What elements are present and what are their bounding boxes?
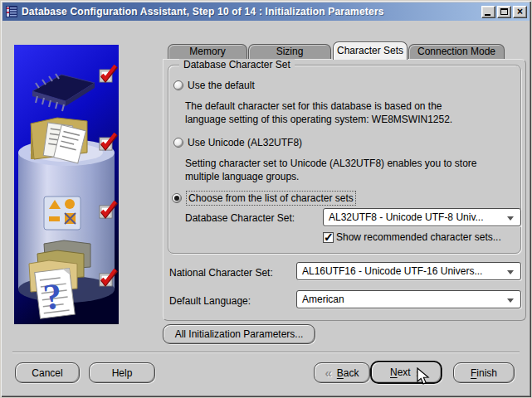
cancel-button[interactable]: Cancel	[15, 362, 80, 383]
radio-icon[interactable]	[173, 138, 183, 148]
maximize-icon	[500, 8, 508, 15]
show-recommended-label: Show recommended character sets...	[336, 231, 501, 243]
dialog-window: Database Configuration Assistant, Step 1…	[0, 0, 532, 398]
use-default-description: The default character set for this datab…	[185, 100, 525, 126]
radio-use-default[interactable]: Use the default	[173, 80, 255, 91]
close-button[interactable]: ×	[513, 6, 527, 18]
use-unicode-description: Setting character set to Unicode (AL32UT…	[185, 157, 532, 183]
back-chevron-icon: «	[325, 366, 331, 379]
wizard-sidebar-graphic: ?	[14, 45, 119, 324]
footer-separator	[12, 352, 520, 353]
db-charset-value: AL32UTF8 - Unicode UTF-8 Univ...	[329, 211, 484, 223]
maximize-button[interactable]	[497, 6, 511, 18]
national-charset-value: AL16UTF16 - Unicode UTF-16 Univers...	[302, 265, 482, 277]
all-init-params-label: All Initialization Parameters...	[175, 328, 304, 340]
groupbox-title: Database Character Set	[179, 59, 295, 70]
minimize-button[interactable]	[481, 6, 495, 18]
radio-icon[interactable]	[173, 80, 183, 90]
tab-sizing[interactable]: Sizing	[248, 44, 331, 60]
default-language-label: Default Language:	[169, 295, 251, 307]
finish-button[interactable]: Finish	[453, 362, 515, 383]
finish-label: Finish	[471, 367, 497, 379]
app-icon	[5, 5, 18, 18]
titlebar[interactable]: Database Configuration Assistant, Step 1…	[2, 2, 530, 21]
default-language-value: American	[302, 294, 344, 305]
back-label: Back	[337, 367, 359, 379]
help-label: Help	[112, 367, 133, 379]
tab-memory[interactable]: Memory	[168, 44, 247, 60]
db-charset-label: Database Character Set:	[185, 212, 295, 224]
help-button[interactable]: Help	[89, 362, 155, 383]
back-button[interactable]: « Back	[314, 362, 370, 383]
checkbox-icon[interactable]	[323, 232, 334, 243]
tab-character-sets[interactable]: Character Sets	[333, 41, 408, 60]
show-recommended-checkbox[interactable]: Show recommended character sets...	[323, 231, 501, 243]
mouse-cursor	[416, 367, 432, 386]
radio-use-unicode[interactable]: Use Unicode (AL32UTF8)	[173, 137, 302, 148]
minimize-icon	[485, 14, 491, 16]
national-charset-label: National Character Set:	[169, 267, 273, 279]
db-charset-select[interactable]: AL32UTF8 - Unicode UTF-8 Univ...	[323, 208, 521, 226]
all-init-params-button[interactable]: All Initialization Parameters...	[163, 324, 315, 344]
window-title: Database Configuration Assistant, Step 1…	[22, 6, 480, 17]
next-label: Next	[390, 366, 411, 378]
radio-choose-list-label: Choose from the list of character sets	[186, 191, 356, 206]
national-charset-select[interactable]: AL16UTF16 - Unicode UTF-16 Univers...	[296, 262, 521, 280]
radio-use-unicode-label: Use Unicode (AL32UTF8)	[188, 137, 302, 148]
close-icon: ×	[514, 6, 526, 18]
radio-icon[interactable]	[172, 193, 182, 203]
radio-choose-list[interactable]: Choose from the list of character sets	[172, 191, 356, 206]
cancel-label: Cancel	[32, 367, 62, 379]
default-language-select[interactable]: American	[296, 290, 521, 308]
radio-use-default-label: Use the default	[188, 80, 255, 91]
tab-connection-mode[interactable]: Connection Mode	[408, 44, 505, 60]
